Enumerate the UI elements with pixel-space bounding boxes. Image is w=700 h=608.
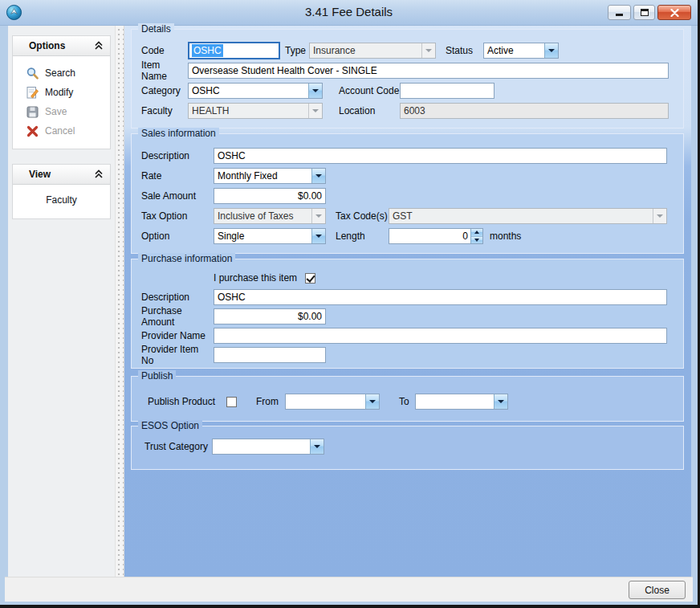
chevron-down-icon xyxy=(311,229,325,243)
minimize-icon xyxy=(616,14,623,16)
search-icon xyxy=(26,67,39,80)
collapse-chevron-icon[interactable] xyxy=(94,169,104,179)
maximize-button[interactable] xyxy=(633,5,655,20)
collapse-chevron-icon[interactable] xyxy=(94,41,104,51)
sidebar-item-label: Modify xyxy=(45,87,73,98)
sales-group: Sales information Description Rate Month… xyxy=(131,133,684,254)
sidebar-item-modify[interactable]: Modify xyxy=(13,83,110,102)
sidebar: Options Search xyxy=(8,26,115,577)
item-name-input[interactable] xyxy=(188,63,669,79)
sale-amount-label: Sale Amount xyxy=(141,190,214,202)
i-purchase-label: I purchase this item xyxy=(214,272,297,284)
to-label: To xyxy=(399,396,415,407)
provider-item-no-input[interactable] xyxy=(214,347,326,363)
chevron-down-icon xyxy=(308,104,322,118)
rate-value: Monthly Fixed xyxy=(214,170,311,182)
provider-name-input[interactable] xyxy=(214,328,667,344)
sidebar-item-label: Cancel xyxy=(45,125,75,137)
fee-details-window: 3.41 Fee Details Options xyxy=(0,0,700,608)
close-button[interactable]: Close xyxy=(629,581,686,599)
footer-bar: Close xyxy=(5,577,693,602)
sidebar-item-search[interactable]: Search xyxy=(13,63,110,83)
esos-group: ESOS Option Trust Category xyxy=(131,426,684,470)
minimize-button[interactable] xyxy=(608,5,631,20)
chevron-down-icon xyxy=(421,43,435,58)
sidebar-item-label: Search xyxy=(45,67,75,79)
purchase-group: Purchase information I purchase this ite… xyxy=(131,259,684,369)
faculty-value: HEALTH xyxy=(189,105,308,116)
publish-legend: Publish xyxy=(138,370,176,382)
code-input[interactable]: OSHC xyxy=(188,42,280,59)
options-panel-title: Options xyxy=(29,40,65,51)
purchase-description-label: Description xyxy=(141,292,214,303)
from-dropdown[interactable] xyxy=(285,394,380,410)
rate-dropdown[interactable]: Monthly Fixed xyxy=(214,168,326,184)
close-icon xyxy=(670,9,679,17)
tax-codes-value: GST xyxy=(389,210,653,222)
tax-codes-label: Tax Code(s) xyxy=(336,210,389,222)
form-panel: Details Code OSHC Type Insurance Status … xyxy=(124,26,691,577)
option-label: Option xyxy=(141,231,214,242)
arrow-down-icon xyxy=(474,239,479,242)
rate-label: Rate xyxy=(141,170,214,182)
category-value: OSHC xyxy=(189,85,308,96)
option-dropdown[interactable]: Single xyxy=(214,228,326,244)
months-suffix-label: months xyxy=(490,231,521,242)
category-label: Category xyxy=(141,85,188,96)
chevron-down-icon xyxy=(653,209,666,223)
details-group: Details Code OSHC Type Insurance Status … xyxy=(131,29,684,129)
type-dropdown: Insurance xyxy=(309,43,436,59)
chevron-down-icon xyxy=(494,394,507,409)
view-panel-header[interactable]: View xyxy=(13,165,110,185)
purchase-amount-input[interactable] xyxy=(214,308,326,324)
location-label: Location xyxy=(339,105,400,116)
sales-description-label: Description xyxy=(141,150,214,161)
window-close-button[interactable] xyxy=(657,5,691,20)
sidebar-item-save: Save xyxy=(13,102,110,121)
sale-amount-input[interactable] xyxy=(214,188,326,204)
status-label: Status xyxy=(446,45,483,56)
i-purchase-checkbox[interactable] xyxy=(305,273,315,284)
faculty-label: Faculty xyxy=(141,105,188,116)
chevron-down-icon xyxy=(365,394,379,409)
arrow-up-icon xyxy=(474,231,479,234)
chevron-down-icon xyxy=(544,43,558,58)
tax-option-label: Tax Option xyxy=(141,210,214,222)
sidebar-item-cancel: Cancel xyxy=(13,121,110,141)
to-dropdown[interactable] xyxy=(415,394,508,410)
publish-group: Publish Publish Product From To xyxy=(131,376,684,422)
location-input xyxy=(400,103,669,119)
chevron-down-icon xyxy=(310,439,324,454)
options-panel: Options Search xyxy=(12,35,111,149)
tax-codes-dropdown: GST xyxy=(389,208,667,224)
status-dropdown[interactable]: Active xyxy=(483,43,559,59)
sidebar-splitter[interactable] xyxy=(115,26,124,577)
faculty-dropdown: HEALTH xyxy=(188,103,323,119)
item-name-label: Item Name xyxy=(141,59,188,82)
from-label: From xyxy=(256,396,285,407)
sidebar-item-faculty[interactable]: Faculty xyxy=(13,190,110,212)
length-value: 0 xyxy=(389,229,470,243)
category-dropdown[interactable]: OSHC xyxy=(188,83,323,99)
length-stepper[interactable]: 0 xyxy=(389,228,483,244)
view-panel-title: View xyxy=(29,169,51,180)
provider-name-label: Provider Name xyxy=(141,330,214,341)
trust-category-label: Trust Category xyxy=(144,441,212,452)
sales-description-input[interactable] xyxy=(214,148,667,164)
title-bar: 3.41 Fee Details xyxy=(0,0,698,26)
spin-up-button[interactable] xyxy=(471,229,482,236)
length-label: Length xyxy=(336,231,389,242)
maximize-icon xyxy=(641,9,649,16)
chevron-down-icon xyxy=(311,169,325,183)
options-panel-header[interactable]: Options xyxy=(13,36,110,56)
save-icon xyxy=(26,105,39,119)
spin-down-button[interactable] xyxy=(471,236,482,244)
account-code-label: Account Code xyxy=(339,85,400,96)
code-label: Code xyxy=(141,45,188,56)
purchase-description-input[interactable] xyxy=(214,289,667,305)
cancel-icon xyxy=(26,124,39,138)
trust-category-dropdown[interactable] xyxy=(212,439,324,455)
publish-product-checkbox[interactable] xyxy=(226,397,237,407)
account-code-input[interactable] xyxy=(400,83,494,99)
sidebar-item-label: Save xyxy=(45,106,67,117)
